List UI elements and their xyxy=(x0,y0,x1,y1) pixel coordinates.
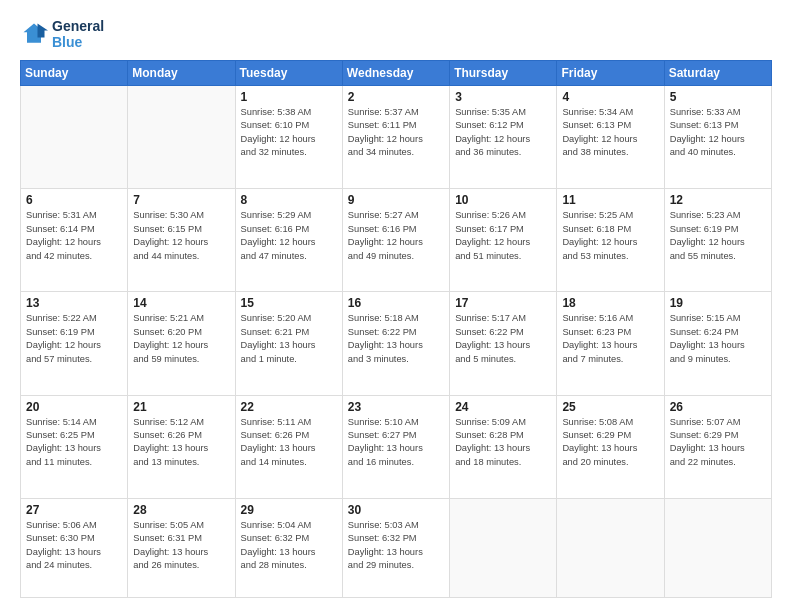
calendar-cell: 7Sunrise: 5:30 AM Sunset: 6:15 PM Daylig… xyxy=(128,189,235,292)
calendar-table: SundayMondayTuesdayWednesdayThursdayFrid… xyxy=(20,60,772,598)
day-number: 3 xyxy=(455,90,551,104)
calendar-cell: 18Sunrise: 5:16 AM Sunset: 6:23 PM Dayli… xyxy=(557,292,664,395)
calendar-cell: 5Sunrise: 5:33 AM Sunset: 6:13 PM Daylig… xyxy=(664,86,771,189)
calendar-cell: 23Sunrise: 5:10 AM Sunset: 6:27 PM Dayli… xyxy=(342,395,449,498)
calendar-cell: 26Sunrise: 5:07 AM Sunset: 6:29 PM Dayli… xyxy=(664,395,771,498)
day-info: Sunrise: 5:37 AM Sunset: 6:11 PM Dayligh… xyxy=(348,106,444,160)
day-info: Sunrise: 5:12 AM Sunset: 6:26 PM Dayligh… xyxy=(133,416,229,470)
day-info: Sunrise: 5:23 AM Sunset: 6:19 PM Dayligh… xyxy=(670,209,766,263)
calendar-cell: 1Sunrise: 5:38 AM Sunset: 6:10 PM Daylig… xyxy=(235,86,342,189)
day-number: 25 xyxy=(562,400,658,414)
calendar-cell: 14Sunrise: 5:21 AM Sunset: 6:20 PM Dayli… xyxy=(128,292,235,395)
calendar-header-row: SundayMondayTuesdayWednesdayThursdayFrid… xyxy=(21,61,772,86)
calendar-cell: 25Sunrise: 5:08 AM Sunset: 6:29 PM Dayli… xyxy=(557,395,664,498)
calendar-cell: 6Sunrise: 5:31 AM Sunset: 6:14 PM Daylig… xyxy=(21,189,128,292)
day-info: Sunrise: 5:21 AM Sunset: 6:20 PM Dayligh… xyxy=(133,312,229,366)
day-info: Sunrise: 5:16 AM Sunset: 6:23 PM Dayligh… xyxy=(562,312,658,366)
day-number: 2 xyxy=(348,90,444,104)
day-number: 18 xyxy=(562,296,658,310)
day-info: Sunrise: 5:05 AM Sunset: 6:31 PM Dayligh… xyxy=(133,519,229,573)
week-row-4: 20Sunrise: 5:14 AM Sunset: 6:25 PM Dayli… xyxy=(21,395,772,498)
calendar-cell: 11Sunrise: 5:25 AM Sunset: 6:18 PM Dayli… xyxy=(557,189,664,292)
day-number: 11 xyxy=(562,193,658,207)
day-number: 19 xyxy=(670,296,766,310)
day-header-monday: Monday xyxy=(128,61,235,86)
week-row-5: 27Sunrise: 5:06 AM Sunset: 6:30 PM Dayli… xyxy=(21,498,772,597)
day-info: Sunrise: 5:17 AM Sunset: 6:22 PM Dayligh… xyxy=(455,312,551,366)
day-number: 24 xyxy=(455,400,551,414)
day-number: 30 xyxy=(348,503,444,517)
day-number: 9 xyxy=(348,193,444,207)
day-info: Sunrise: 5:06 AM Sunset: 6:30 PM Dayligh… xyxy=(26,519,122,573)
header: General Blue xyxy=(20,18,772,50)
day-number: 28 xyxy=(133,503,229,517)
calendar-cell xyxy=(664,498,771,597)
day-info: Sunrise: 5:11 AM Sunset: 6:26 PM Dayligh… xyxy=(241,416,337,470)
week-row-1: 1Sunrise: 5:38 AM Sunset: 6:10 PM Daylig… xyxy=(21,86,772,189)
day-info: Sunrise: 5:35 AM Sunset: 6:12 PM Dayligh… xyxy=(455,106,551,160)
day-number: 16 xyxy=(348,296,444,310)
day-info: Sunrise: 5:33 AM Sunset: 6:13 PM Dayligh… xyxy=(670,106,766,160)
day-number: 14 xyxy=(133,296,229,310)
calendar-cell: 27Sunrise: 5:06 AM Sunset: 6:30 PM Dayli… xyxy=(21,498,128,597)
calendar-cell: 15Sunrise: 5:20 AM Sunset: 6:21 PM Dayli… xyxy=(235,292,342,395)
calendar-cell xyxy=(128,86,235,189)
page: General Blue SundayMondayTuesdayWednesda… xyxy=(0,0,792,612)
day-number: 7 xyxy=(133,193,229,207)
calendar-cell: 13Sunrise: 5:22 AM Sunset: 6:19 PM Dayli… xyxy=(21,292,128,395)
day-header-friday: Friday xyxy=(557,61,664,86)
calendar-cell: 10Sunrise: 5:26 AM Sunset: 6:17 PM Dayli… xyxy=(450,189,557,292)
day-header-sunday: Sunday xyxy=(21,61,128,86)
day-number: 13 xyxy=(26,296,122,310)
day-number: 17 xyxy=(455,296,551,310)
day-info: Sunrise: 5:18 AM Sunset: 6:22 PM Dayligh… xyxy=(348,312,444,366)
calendar-cell: 12Sunrise: 5:23 AM Sunset: 6:19 PM Dayli… xyxy=(664,189,771,292)
day-number: 8 xyxy=(241,193,337,207)
day-info: Sunrise: 5:29 AM Sunset: 6:16 PM Dayligh… xyxy=(241,209,337,263)
day-header-thursday: Thursday xyxy=(450,61,557,86)
week-row-3: 13Sunrise: 5:22 AM Sunset: 6:19 PM Dayli… xyxy=(21,292,772,395)
day-info: Sunrise: 5:15 AM Sunset: 6:24 PM Dayligh… xyxy=(670,312,766,366)
day-info: Sunrise: 5:14 AM Sunset: 6:25 PM Dayligh… xyxy=(26,416,122,470)
day-header-wednesday: Wednesday xyxy=(342,61,449,86)
calendar-cell: 24Sunrise: 5:09 AM Sunset: 6:28 PM Dayli… xyxy=(450,395,557,498)
day-info: Sunrise: 5:10 AM Sunset: 6:27 PM Dayligh… xyxy=(348,416,444,470)
day-number: 15 xyxy=(241,296,337,310)
logo: General Blue xyxy=(20,18,104,50)
logo-text: General Blue xyxy=(52,18,104,50)
calendar-cell: 8Sunrise: 5:29 AM Sunset: 6:16 PM Daylig… xyxy=(235,189,342,292)
day-info: Sunrise: 5:38 AM Sunset: 6:10 PM Dayligh… xyxy=(241,106,337,160)
calendar-cell: 16Sunrise: 5:18 AM Sunset: 6:22 PM Dayli… xyxy=(342,292,449,395)
week-row-2: 6Sunrise: 5:31 AM Sunset: 6:14 PM Daylig… xyxy=(21,189,772,292)
day-number: 1 xyxy=(241,90,337,104)
svg-marker-1 xyxy=(38,24,49,38)
calendar-cell: 30Sunrise: 5:03 AM Sunset: 6:32 PM Dayli… xyxy=(342,498,449,597)
calendar-cell: 9Sunrise: 5:27 AM Sunset: 6:16 PM Daylig… xyxy=(342,189,449,292)
calendar-cell: 21Sunrise: 5:12 AM Sunset: 6:26 PM Dayli… xyxy=(128,395,235,498)
calendar-cell: 22Sunrise: 5:11 AM Sunset: 6:26 PM Dayli… xyxy=(235,395,342,498)
day-number: 10 xyxy=(455,193,551,207)
day-number: 26 xyxy=(670,400,766,414)
calendar-cell: 2Sunrise: 5:37 AM Sunset: 6:11 PM Daylig… xyxy=(342,86,449,189)
calendar-cell: 29Sunrise: 5:04 AM Sunset: 6:32 PM Dayli… xyxy=(235,498,342,597)
day-info: Sunrise: 5:22 AM Sunset: 6:19 PM Dayligh… xyxy=(26,312,122,366)
day-info: Sunrise: 5:09 AM Sunset: 6:28 PM Dayligh… xyxy=(455,416,551,470)
day-number: 21 xyxy=(133,400,229,414)
calendar-cell xyxy=(557,498,664,597)
day-info: Sunrise: 5:07 AM Sunset: 6:29 PM Dayligh… xyxy=(670,416,766,470)
day-info: Sunrise: 5:26 AM Sunset: 6:17 PM Dayligh… xyxy=(455,209,551,263)
day-number: 5 xyxy=(670,90,766,104)
calendar-cell xyxy=(21,86,128,189)
day-info: Sunrise: 5:31 AM Sunset: 6:14 PM Dayligh… xyxy=(26,209,122,263)
calendar-cell xyxy=(450,498,557,597)
day-number: 23 xyxy=(348,400,444,414)
day-header-tuesday: Tuesday xyxy=(235,61,342,86)
calendar-cell: 4Sunrise: 5:34 AM Sunset: 6:13 PM Daylig… xyxy=(557,86,664,189)
calendar-cell: 20Sunrise: 5:14 AM Sunset: 6:25 PM Dayli… xyxy=(21,395,128,498)
calendar-cell: 17Sunrise: 5:17 AM Sunset: 6:22 PM Dayli… xyxy=(450,292,557,395)
day-info: Sunrise: 5:27 AM Sunset: 6:16 PM Dayligh… xyxy=(348,209,444,263)
day-info: Sunrise: 5:34 AM Sunset: 6:13 PM Dayligh… xyxy=(562,106,658,160)
day-number: 6 xyxy=(26,193,122,207)
day-info: Sunrise: 5:25 AM Sunset: 6:18 PM Dayligh… xyxy=(562,209,658,263)
day-number: 20 xyxy=(26,400,122,414)
